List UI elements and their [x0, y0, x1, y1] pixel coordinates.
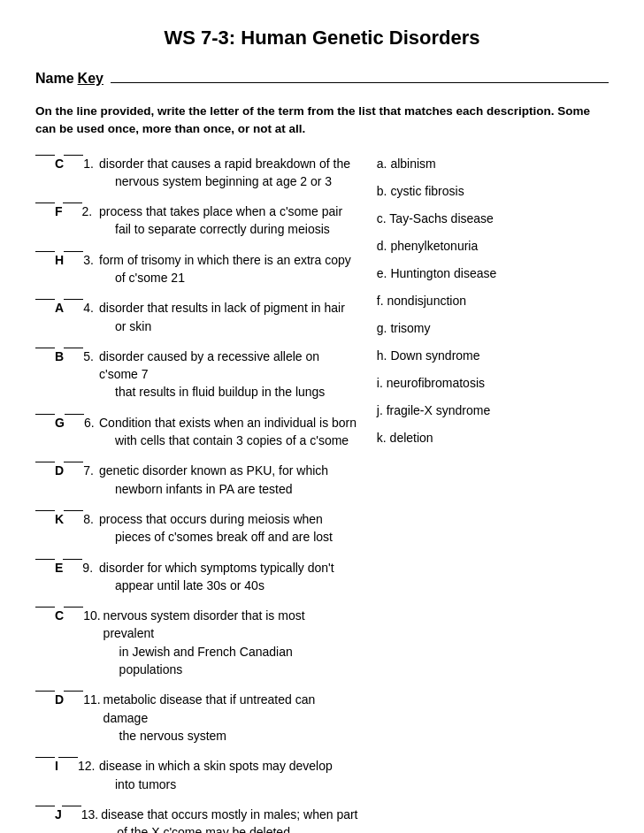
question-text: disorder that causes a rapid breakdown o…	[99, 155, 359, 191]
answer-blank	[35, 510, 55, 511]
answer-blank2	[58, 757, 78, 758]
answer-letter: C	[55, 607, 64, 624]
name-value: Key	[78, 71, 104, 87]
answers-section: a. albinismb. cystic fibrosisc. Tay-Sach…	[368, 155, 609, 834]
question-text-line2: or skin	[99, 317, 359, 335]
answer-list: a. albinismb. cystic fibrosisc. Tay-Sach…	[377, 155, 609, 447]
answer-blank	[35, 806, 55, 806]
answer-blank	[35, 414, 55, 415]
answer-item: i. neurofibromatosis	[377, 374, 609, 393]
name-label: Name	[35, 71, 74, 87]
question-number: 1.	[83, 155, 94, 172]
answer-letter: D	[55, 462, 64, 479]
answer-letter: B	[55, 348, 64, 365]
answer-blank2	[64, 607, 83, 608]
answer-letter-label: a. albinism	[377, 157, 436, 171]
answer-blank2	[62, 806, 81, 806]
answer-item: d. phenylketonuria	[377, 237, 609, 256]
question-number: 4.	[83, 299, 94, 317]
question-number: 12.	[78, 757, 95, 775]
question-item: E9.disorder for which symptoms typically…	[35, 559, 359, 595]
question-number: 13.	[81, 806, 98, 823]
answer-letter-label: i. neurofibromatosis	[377, 376, 485, 390]
answer-letter-label: d. phenylketonuria	[377, 239, 478, 253]
question-number: 9.	[82, 559, 93, 577]
question-text-line2: pieces of c'somes break off and are lost	[99, 528, 359, 546]
answer-item: f. nondisjunction	[377, 292, 609, 310]
answer-letter: K	[55, 510, 64, 528]
answer-blank	[35, 462, 55, 462]
answer-letter: H	[55, 251, 64, 269]
question-item: B5.disorder caused by a recessive allele…	[35, 348, 359, 401]
question-text: genetic disorder known as PKU, for which…	[99, 462, 359, 498]
question-number: 7.	[83, 462, 94, 479]
main-content: C1.disorder that causes a rapid breakdow…	[35, 155, 609, 834]
question-text-line2: that results in fluid buildup in the lun…	[99, 383, 359, 401]
question-item: D11.metabolic disease that if untreated …	[35, 691, 359, 745]
answer-item: k. deletion	[377, 429, 609, 447]
answer-item: j. fragile-X syndrome	[377, 401, 609, 420]
instructions: On the line provided, write the letter o…	[35, 103, 609, 139]
answer-blank2	[64, 348, 83, 348]
answer-letter-label: c. Tay-Sachs disease	[377, 211, 494, 225]
page-title: WS 7-3: Human Genetic Disorders	[35, 27, 609, 50]
answer-letter: C	[55, 155, 64, 172]
answer-letter: I	[55, 757, 58, 775]
question-item: D7.genetic disorder known as PKU, for wh…	[35, 462, 359, 498]
answer-blank2	[64, 155, 83, 156]
answer-letter: F	[55, 203, 63, 220]
answer-blank	[35, 203, 55, 203]
answer-item: c. Tay-Sachs disease	[377, 210, 609, 228]
question-item: C10.nervous system disorder that is most…	[35, 607, 359, 678]
questions-section: C1.disorder that causes a rapid breakdow…	[35, 155, 368, 834]
answer-blank	[35, 559, 55, 560]
answer-blank2	[64, 462, 83, 462]
question-item: I12.disease in which a skin spots may de…	[35, 757, 359, 793]
question-text: Condition that exists when an individual…	[99, 414, 359, 450]
question-text-line2: the nervous system	[104, 727, 359, 745]
question-number: 3.	[83, 251, 94, 269]
answer-blank	[35, 348, 55, 348]
answer-blank	[35, 757, 55, 758]
question-item: H3.form of trisomy in which there is an …	[35, 251, 359, 287]
question-text: process that takes place when a c'some p…	[99, 203, 359, 239]
question-number: 8.	[83, 510, 94, 528]
answer-letter-label: h. Down syndrome	[377, 348, 480, 363]
name-line: Name Key	[35, 71, 609, 87]
question-text-line2: into tumors	[99, 776, 359, 793]
answer-letter-label: k. deletion	[377, 431, 433, 445]
answer-blank	[35, 299, 55, 300]
answer-letter: J	[55, 806, 62, 823]
question-number: 2.	[82, 203, 93, 220]
question-number: 5.	[83, 348, 94, 365]
question-text-line2: of the X c'come may be deleted	[101, 823, 359, 833]
question-item: G6.Condition that exists when an individ…	[35, 414, 359, 450]
answer-letter-label: f. nondisjunction	[377, 294, 466, 308]
answer-blank2	[65, 414, 84, 415]
answer-letter: G	[55, 414, 65, 432]
question-number: 10.	[83, 607, 100, 624]
question-text-line2: with cells that contain 3 copies of a c'…	[99, 432, 359, 449]
answer-blank2	[64, 510, 83, 511]
answer-blank	[35, 607, 55, 608]
question-item: C1.disorder that causes a rapid breakdow…	[35, 155, 359, 191]
answer-blank2	[63, 203, 82, 203]
question-item: K8.process that occurs during meiosis wh…	[35, 510, 359, 546]
answer-blank2	[63, 559, 82, 560]
question-text-line2: fail to separate correctly during meiosi…	[99, 220, 359, 238]
question-text: disorder caused by a recessive allele on…	[99, 348, 359, 401]
answer-letter-label: b. cystic fibrosis	[377, 184, 464, 198]
answer-blank	[35, 155, 55, 156]
name-underline	[111, 82, 609, 83]
answer-blank2	[64, 251, 83, 252]
question-text: process that occurs during meiosis whenp…	[99, 510, 359, 546]
question-item: J13.disease that occurs mostly in males;…	[35, 806, 359, 833]
answer-letter: A	[55, 299, 64, 317]
answer-blank2	[64, 299, 83, 300]
answer-letter: D	[55, 691, 64, 708]
question-text: disease that occurs mostly in males; whe…	[101, 806, 359, 833]
question-text-line2: newborn infants in PA are tested	[99, 480, 359, 498]
question-text-line2: appear until late 30s or 40s	[99, 577, 359, 594]
answer-item: b. cystic fibrosis	[377, 182, 609, 201]
answer-item: h. Down syndrome	[377, 347, 609, 365]
